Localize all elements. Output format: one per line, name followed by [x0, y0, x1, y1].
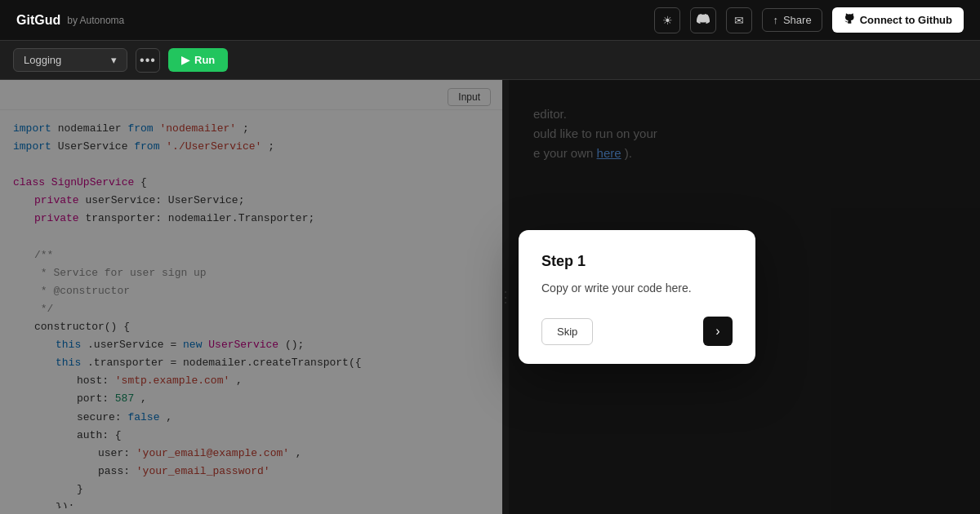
run-button[interactable]: ▶ Run — [168, 48, 228, 72]
run-play-icon: ▶ — [181, 54, 189, 66]
connect-label: Connect to Github — [860, 14, 952, 26]
share-label: Share — [783, 14, 812, 26]
connect-github-button[interactable]: Connect to Github — [832, 7, 964, 33]
mail-icon-button[interactable]: ✉ — [726, 7, 752, 33]
logo: GitGud — [16, 13, 60, 28]
step-dialog: Step 1 Copy or write your code here. Ski… — [519, 230, 755, 364]
next-button[interactable]: › — [703, 317, 733, 346]
sun-icon: ☀ — [662, 14, 673, 27]
discord-icon-button[interactable] — [690, 7, 716, 33]
share-button[interactable]: ↑ Share — [762, 8, 822, 32]
step-title: Step 1 — [541, 253, 733, 270]
chevron-down-icon: ▾ — [111, 54, 117, 66]
header-right: ☀ ✉ ↑ Share Connect to Github — [654, 7, 964, 33]
step-actions: Skip › — [541, 317, 733, 346]
dropdown-label: Logging — [24, 54, 61, 66]
sun-icon-button[interactable]: ☀ — [654, 7, 680, 33]
more-icon: ••• — [140, 53, 156, 68]
main-content: Input import nodemailer from 'nodemailer… — [0, 80, 980, 514]
share-icon: ↑ — [773, 14, 778, 26]
logging-dropdown[interactable]: Logging ▾ — [13, 48, 127, 72]
discord-icon — [697, 12, 710, 28]
toolbar: Logging ▾ ••• ▶ Run — [0, 41, 980, 80]
github-icon — [844, 13, 855, 27]
step-description: Copy or write your code here. — [541, 280, 733, 297]
logo-subtitle: by Autonoma — [67, 15, 124, 26]
header-left: GitGud by Autonoma — [16, 13, 124, 28]
run-label: Run — [194, 54, 215, 66]
skip-button[interactable]: Skip — [541, 318, 593, 345]
mail-icon: ✉ — [734, 14, 744, 27]
modal-overlay — [0, 80, 980, 514]
header: GitGud by Autonoma ☀ ✉ ↑ Share Connect t… — [0, 0, 980, 41]
next-icon: › — [715, 324, 719, 339]
more-button[interactable]: ••• — [136, 48, 160, 73]
